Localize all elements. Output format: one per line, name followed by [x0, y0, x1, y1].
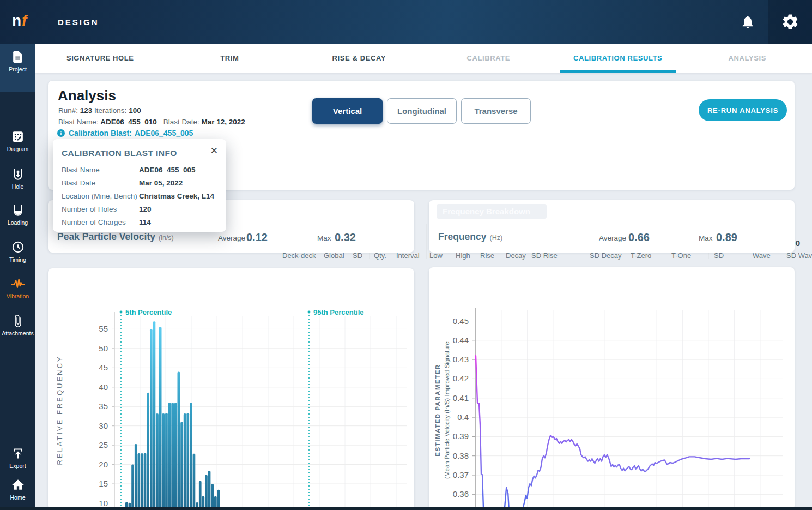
iterations-value: 100 [129, 106, 141, 115]
svg-text:0.44: 0.44 [453, 335, 469, 345]
svg-text:30: 30 [99, 421, 108, 430]
sidebar-item-label: Home [10, 494, 25, 501]
longitudinal-button[interactable]: Longitudinal [387, 98, 457, 124]
tab-label: TRIM [220, 54, 239, 62]
tab-calibrate[interactable]: CALIBRATE [424, 44, 554, 73]
blast-date-value: Mar 12, 2022 [201, 118, 245, 126]
ppv-histogram-chart: 101520253035404550555th Percentile95th P… [48, 268, 414, 510]
estimated-parameter-chart: 0.360.370.380.390.40.410.420.430.440.45E… [429, 267, 795, 510]
tab-calibration-results[interactable]: CALIBRATION RESULTS [553, 44, 683, 73]
tab-label: CALIBRATION RESULTS [573, 54, 662, 62]
svg-text:45: 45 [99, 363, 108, 372]
svg-text:0.39: 0.39 [453, 431, 469, 441]
svg-text:(Mean Particle Velocity (In/S): (Mean Particle Velocity (In/S) Improved … [444, 341, 450, 479]
notifications-button[interactable] [738, 12, 758, 32]
average-label: Average [599, 234, 626, 242]
sidebar-item-hole[interactable]: Hole [0, 167, 35, 190]
tab-label: CALIBRATE [466, 54, 510, 62]
popup-row: Blast DateMar 05, 2022 [62, 176, 221, 189]
average-label: Average [218, 234, 245, 242]
sidebar: Project Diagram Hole Loading Timing Vibr… [0, 44, 35, 510]
sidebar-item-label: Vibration [7, 293, 29, 299]
svg-text:0.45: 0.45 [453, 316, 469, 326]
sidebar-item-label: Loading [8, 219, 28, 226]
rerun-analysis-button[interactable]: RE-RUN ANALYSIS [699, 99, 787, 121]
stat-unit: (Hz) [490, 234, 503, 242]
sidebar-item-home[interactable]: Home [0, 478, 35, 501]
svg-text:10: 10 [99, 499, 108, 508]
sidebar-item-diagram[interactable]: Diagram [0, 130, 35, 152]
blast-name-label: Blast Name: [58, 118, 99, 126]
svg-text:25: 25 [99, 440, 108, 449]
module-tabbar: SIGNATURE HOLE TRIM RISE & DECAY CALIBRA… [35, 44, 812, 73]
svg-text:20: 20 [99, 460, 108, 469]
home-icon [11, 478, 25, 492]
active-tab-underline [560, 70, 676, 73]
tab-label: RISE & DECAY [332, 54, 386, 62]
project-icon [11, 50, 25, 64]
popup-row: Number of Holes120 [62, 202, 221, 215]
max-value: 0.32 [335, 231, 356, 244]
max-label: Max [699, 234, 713, 242]
sidebar-item-attachments[interactable]: Attachments [0, 314, 35, 337]
svg-text:15: 15 [99, 479, 108, 488]
svg-text:35: 35 [99, 401, 108, 411]
settings-button[interactable] [768, 0, 812, 44]
logo-f: f [22, 12, 27, 29]
top-header: nf DESIGN [0, 0, 812, 44]
calibration-blast-link[interactable]: Calibration Blast: ADE06_455_005 [57, 129, 193, 137]
blast-meta: Blast Name: ADE06_455_010 Blast Date: Ma… [58, 118, 245, 126]
bell-icon [740, 14, 755, 29]
svg-text:40: 40 [99, 382, 108, 392]
vibration-icon [10, 277, 26, 291]
tab-rise-decay[interactable]: RISE & DECAY [294, 44, 424, 73]
max-value: 0.89 [716, 231, 737, 244]
svg-text:RELATIVE FREQUENCY: RELATIVE FREQUENCY [56, 355, 64, 465]
max-label: Max [317, 234, 331, 242]
sidebar-item-vibration[interactable]: Vibration [0, 277, 35, 299]
button-label: Longitudinal [397, 106, 446, 116]
sidebar-item-label: Export [9, 463, 26, 469]
svg-text:ESTIMATED PARAMETER: ESTIMATED PARAMETER [434, 364, 441, 456]
transverse-button[interactable]: Transverse [461, 98, 531, 124]
page-title: Analysis [58, 87, 116, 104]
bottom-strip [0, 507, 812, 510]
close-icon[interactable]: ✕ [210, 145, 218, 157]
paperclip-icon [11, 314, 25, 328]
stat-card-frequency: Frequency Breakdown Frequency(Hz) Averag… [429, 200, 795, 253]
run-meta: Run#: 123 Iterations: 100 [58, 106, 141, 115]
sidebar-item-label: Project [9, 66, 27, 73]
button-label: Transverse [474, 106, 517, 116]
iterations-label: Iterations: [94, 106, 126, 115]
logo-divider [46, 11, 46, 33]
sidebar-item-label: Hole [12, 183, 24, 190]
popup-row: Location (Mine, Bench)Christmas Creek, L… [62, 189, 221, 202]
info-icon [57, 129, 65, 137]
loading-icon [11, 203, 25, 217]
blast-name-value: ADE06_455_010 [100, 118, 157, 126]
calibration-blast-label: Calibration Blast: [69, 129, 132, 137]
svg-text:0.41: 0.41 [453, 393, 469, 403]
calibration-blast-value: ADE06_455_005 [135, 129, 193, 137]
sidebar-item-label: Timing [9, 256, 26, 263]
tab-trim[interactable]: TRIM [165, 44, 295, 73]
run-label: Run#: [58, 106, 78, 115]
tab-analysis[interactable]: ANALYSIS [683, 44, 812, 73]
diagram-icon [11, 130, 25, 143]
stat-unit: (in/s) [159, 234, 174, 242]
sidebar-item-loading[interactable]: Loading [0, 203, 35, 226]
run-value: 123 [80, 106, 93, 115]
tab-label: SIGNATURE HOLE [66, 54, 134, 62]
popup-row: Blast NameADE06_455_005 [62, 163, 221, 176]
average-value: 0.66 [628, 231, 650, 244]
svg-text:55: 55 [99, 324, 108, 333]
tab-signature-hole[interactable]: SIGNATURE HOLE [35, 44, 165, 73]
sidebar-item-export[interactable]: Export [0, 446, 35, 469]
app-name: DESIGN [58, 17, 99, 27]
sidebar-item-timing[interactable]: Timing [0, 240, 35, 263]
vertical-button[interactable]: Vertical [312, 98, 383, 124]
nf-logo: nf [12, 12, 27, 29]
sidebar-item-project[interactable]: Project [0, 50, 35, 73]
ghost-section-title: Frequency Breakdown [437, 204, 547, 219]
stat-title: Frequency(Hz) [438, 231, 502, 243]
